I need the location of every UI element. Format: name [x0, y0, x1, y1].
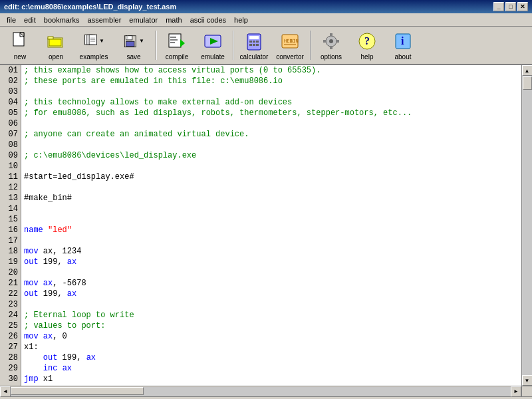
code-line: [24, 214, 521, 225]
code-token: name: [24, 225, 48, 235]
menu-item-math[interactable]: math: [162, 15, 186, 25]
about-label: about: [394, 53, 411, 61]
close-button[interactable]: ✕: [517, 2, 528, 11]
examples-icon: ▼: [83, 31, 104, 52]
examples-button[interactable]: ▼ examples: [74, 28, 113, 63]
svg-rect-39: [323, 40, 327, 43]
save-button[interactable]: ▼ save: [114, 28, 153, 63]
scroll-thumb[interactable]: [523, 76, 532, 90]
svg-rect-6: [49, 39, 61, 46]
svg-rect-15: [126, 41, 134, 47]
code-token: ; values to port:: [24, 321, 105, 331]
code-line: ; for emu8086, such as led displays, rob…: [24, 108, 521, 118]
scroll-left-button[interactable]: ◄: [0, 386, 11, 397]
menu-item-edit[interactable]: edit: [20, 15, 40, 25]
code-token: ; this technology allows to make externa…: [24, 97, 292, 108]
code-token: 199,: [57, 352, 86, 363]
options-icon: [321, 31, 342, 52]
title-text: edit: c:\emu8086\examples\LED_display_te…: [4, 3, 176, 11]
line-numbers: 0102030405060708091011121314151617181920…: [0, 65, 21, 386]
compile-label: compile: [166, 53, 188, 61]
help-button[interactable]: ? help: [350, 28, 384, 63]
code-line: mov ax, 0: [24, 331, 521, 342]
code-line: jmp x1: [24, 374, 521, 384]
menu-item-ascii codes[interactable]: ascii codes: [186, 15, 230, 25]
line-number: 12: [3, 182, 18, 193]
svg-rect-40: [336, 40, 339, 43]
new-button[interactable]: new: [3, 28, 37, 63]
compile-button[interactable]: compile: [160, 28, 194, 63]
line-number: 30: [3, 374, 18, 384]
scroll-up-button[interactable]: ▲: [522, 65, 533, 76]
line-number: 24: [3, 310, 18, 321]
code-token: ; c:\emu8086\devices\led_display.exe: [24, 150, 196, 161]
convertor-button[interactable]: HEX BIN convertor: [273, 28, 307, 63]
code-line: [24, 384, 521, 386]
code-token: #make_bin#: [24, 193, 72, 203]
scroll-right-button[interactable]: ►: [511, 386, 521, 397]
calculator-button[interactable]: calculator: [237, 28, 271, 63]
code-token: ax: [67, 257, 76, 267]
svg-rect-25: [249, 36, 259, 39]
svg-rect-38: [330, 46, 332, 49]
menu-item-bookmarks[interactable]: bookmarks: [40, 15, 84, 25]
line-number: 01: [3, 65, 18, 76]
hscroll-track[interactable]: [11, 387, 511, 396]
emulate-icon: [202, 31, 223, 52]
code-line: out 199, ax: [24, 289, 521, 299]
options-button[interactable]: options: [314, 28, 348, 63]
code-token: ax: [86, 352, 96, 363]
calculator-label: calculator: [240, 53, 269, 61]
line-number: 04: [3, 97, 18, 108]
code-token: [39, 278, 43, 289]
horizontal-scrollbar[interactable]: ◄ ►: [0, 386, 521, 396]
code-line: [24, 182, 521, 193]
code-token: 199,: [39, 289, 67, 299]
menu-item-emulator[interactable]: emulator: [125, 15, 162, 25]
line-number: 18: [3, 246, 18, 257]
line-number: 19: [3, 257, 18, 267]
line-number: 25: [3, 321, 18, 331]
scroll-down-button[interactable]: ▼: [522, 375, 533, 386]
menu-item-help[interactable]: help: [230, 15, 252, 25]
code-token: mov: [24, 331, 39, 342]
calculator-icon: [243, 31, 265, 52]
code-editor[interactable]: ; this example shows how to access virtu…: [21, 65, 521, 386]
about-button[interactable]: i about: [386, 28, 420, 63]
statusbar: drag a file here to open: [0, 396, 532, 399]
vertical-scrollbar[interactable]: ▲ ▼: [521, 65, 532, 386]
code-token: ax: [67, 289, 76, 299]
menu-item-file[interactable]: file: [3, 15, 20, 25]
scroll-track[interactable]: [522, 76, 533, 375]
code-token: [24, 363, 43, 374]
code-line: [24, 86, 521, 97]
code-line: [24, 203, 521, 214]
open-button[interactable]: open: [39, 28, 73, 63]
code-line: #start=led_display.exe#: [24, 172, 521, 182]
emulate-button[interactable]: emulate: [196, 28, 230, 63]
line-number: 16: [3, 225, 18, 235]
svg-rect-31: [256, 44, 259, 46]
convertor-label: convertor: [276, 53, 304, 61]
editor-main: 0102030405060708091011121314151617181920…: [0, 65, 532, 386]
line-number: 14: [3, 203, 18, 214]
code-line: out 199, ax: [24, 352, 521, 363]
options-label: options: [321, 53, 342, 61]
maximize-button[interactable]: □: [505, 2, 516, 11]
code-token: mov: [24, 246, 39, 257]
minimize-button[interactable]: _: [493, 2, 504, 11]
code-token: ax: [63, 363, 72, 374]
code-token: ; for emu8086, such as led displays, rob…: [24, 108, 412, 118]
about-icon: i: [392, 31, 414, 52]
menu-item-assembler[interactable]: assembler: [84, 15, 126, 25]
code-token: out: [24, 289, 39, 299]
examples-label: examples: [80, 53, 108, 61]
hscroll-thumb[interactable]: [11, 387, 144, 395]
code-line: [24, 235, 521, 246]
new-label: new: [14, 53, 26, 61]
examples-dropdown-arrow: ▼: [99, 38, 104, 44]
line-number: 06: [3, 118, 18, 129]
svg-rect-16: [127, 35, 128, 39]
code-line: mov ax, -5678: [24, 278, 521, 289]
line-number: 07: [3, 129, 18, 140]
